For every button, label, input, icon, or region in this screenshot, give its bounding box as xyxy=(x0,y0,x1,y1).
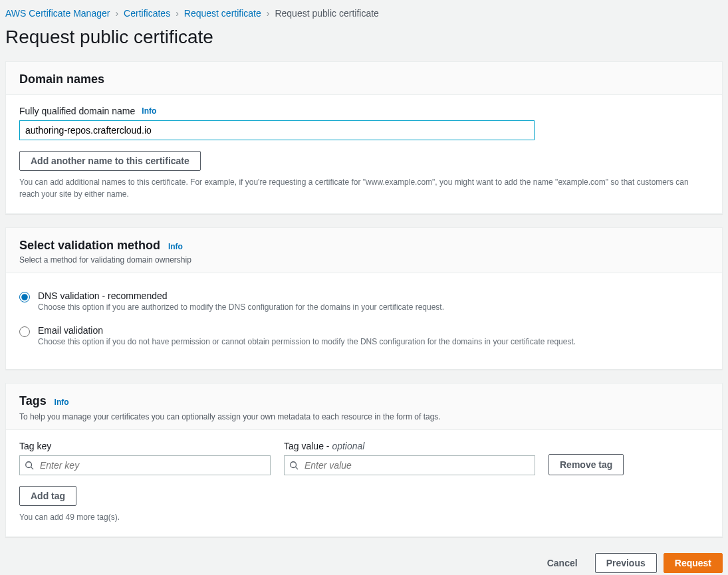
tag-value-input[interactable] xyxy=(284,455,535,475)
info-link-domain[interactable]: Info xyxy=(142,106,156,116)
cancel-button[interactable]: Cancel xyxy=(537,553,588,573)
svg-line-3 xyxy=(296,467,299,470)
tags-remaining-text: You can add 49 more tag(s). xyxy=(19,511,709,523)
add-another-name-button[interactable]: Add another name to this certificate xyxy=(19,151,201,171)
validation-subtext: Select a method for validating domain ow… xyxy=(19,255,709,265)
svg-point-2 xyxy=(291,462,297,468)
validation-panel: Select validation method Info Select a m… xyxy=(5,227,723,370)
radio-dns-title: DNS validation - recommended xyxy=(38,290,444,301)
breadcrumb-acm[interactable]: AWS Certificate Manager xyxy=(5,8,110,19)
fqdn-label: Fully qualified domain name xyxy=(19,106,135,116)
info-link-validation[interactable]: Info xyxy=(168,242,183,251)
chevron-right-icon: › xyxy=(115,8,118,19)
radio-dns-validation[interactable]: DNS validation - recommended Choose this… xyxy=(19,287,709,321)
search-icon xyxy=(25,461,34,470)
domain-helper-text: You can add additional names to this cer… xyxy=(19,176,709,200)
tag-key-label: Tag key xyxy=(19,441,271,451)
breadcrumb-request-cert[interactable]: Request certificate xyxy=(184,8,261,19)
radio-email-input[interactable] xyxy=(19,326,30,337)
footer-actions: Cancel Previous Request xyxy=(5,550,723,575)
page-title: Request public certificate xyxy=(5,27,723,48)
add-tag-button[interactable]: Add tag xyxy=(19,486,76,506)
tags-title: Tags xyxy=(19,394,47,407)
radio-dns-input[interactable] xyxy=(19,292,30,302)
domain-names-title: Domain names xyxy=(19,72,104,86)
tags-subtext: To help you manage your certificates you… xyxy=(19,412,709,421)
radio-email-validation[interactable]: Email validation Choose this option if y… xyxy=(19,321,709,356)
search-icon xyxy=(289,461,299,470)
tag-value-label: Tag value - optional xyxy=(284,441,535,451)
request-button[interactable]: Request xyxy=(664,553,723,573)
info-link-tags[interactable]: Info xyxy=(55,398,69,407)
chevron-right-icon: › xyxy=(176,8,179,19)
domain-names-panel: Domain names Fully qualified domain name… xyxy=(5,61,723,214)
svg-line-1 xyxy=(31,467,34,470)
radio-email-title: Email validation xyxy=(38,325,576,336)
remove-tag-button[interactable]: Remove tag xyxy=(548,454,624,475)
radio-dns-desc: Choose this option if you are authorized… xyxy=(38,302,444,312)
tags-panel: Tags Info To help you manage your certif… xyxy=(5,383,723,537)
chevron-right-icon: › xyxy=(267,8,270,19)
validation-title: Select validation method xyxy=(19,239,160,252)
radio-email-desc: Choose this option if you do not have pe… xyxy=(38,337,576,346)
domain-name-input[interactable] xyxy=(19,120,535,140)
breadcrumb-certificates[interactable]: Certificates xyxy=(124,8,170,19)
svg-point-0 xyxy=(26,462,32,468)
tag-key-input[interactable] xyxy=(19,455,271,475)
previous-button[interactable]: Previous xyxy=(595,553,657,573)
breadcrumb: AWS Certificate Manager › Certificates ›… xyxy=(5,5,723,27)
breadcrumb-current: Request public certificate xyxy=(275,8,378,19)
